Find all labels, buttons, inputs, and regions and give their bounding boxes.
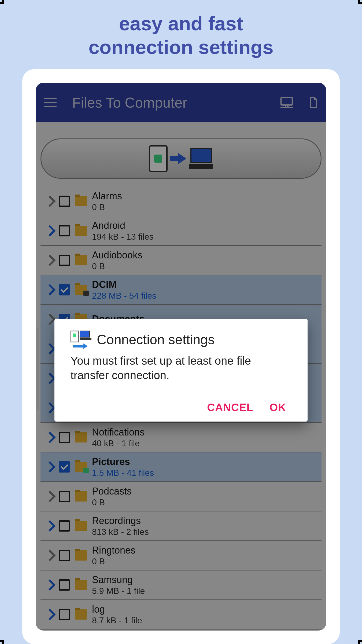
crop-mark — [0, 0, 4, 4]
ok-button[interactable]: OK — [269, 401, 286, 414]
dialog-title: Connection settings — [97, 332, 215, 347]
device-frame: Files To Computer Alarms 0 B Android 194… — [22, 69, 340, 644]
promo-line2: connection settings — [0, 35, 362, 59]
crop-mark — [358, 640, 362, 644]
crop-mark — [0, 640, 4, 644]
connection-settings-dialog: Connection settings You must first set u… — [54, 319, 308, 422]
device-screen: Files To Computer Alarms 0 B Android 194… — [36, 83, 326, 631]
cancel-button[interactable]: CANCEL — [207, 401, 253, 414]
promo-heading: easy and fast connection settings — [0, 0, 362, 59]
promo-line1: easy and fast — [0, 12, 362, 35]
dialog-app-icon — [71, 331, 91, 349]
crop-mark — [358, 0, 362, 4]
dialog-message: You must first set up at least one file … — [71, 354, 291, 383]
